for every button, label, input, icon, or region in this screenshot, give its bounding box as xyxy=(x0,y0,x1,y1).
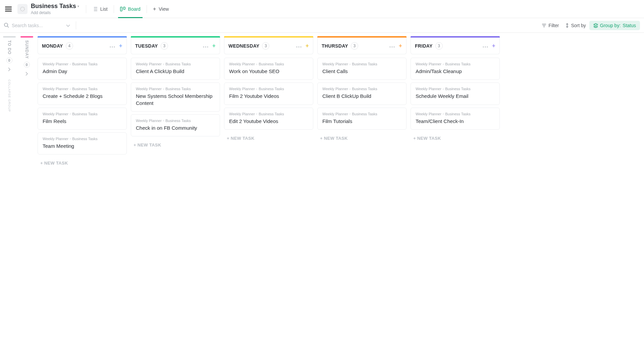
breadcrumb-parent: Weekly Planner xyxy=(136,87,162,91)
svg-point-11 xyxy=(299,46,300,47)
column-bar xyxy=(3,36,16,38)
tab-list[interactable]: List xyxy=(86,0,114,18)
chevron-right-icon: › xyxy=(443,62,444,66)
svg-point-0 xyxy=(20,7,24,11)
task-card[interactable]: Weekly Planner›Business TasksCheck in on… xyxy=(131,114,220,136)
new-task-button[interactable]: + NEW TASK xyxy=(411,132,500,144)
dots-icon xyxy=(110,46,115,48)
columns-wrap: MONDAY4+Weekly Planner›Business TasksAdm… xyxy=(38,36,500,362)
collapsed-column-todo[interactable]: TO DO 0 COLLAPSE GROUP xyxy=(3,36,16,362)
task-card[interactable]: Weekly Planner›Business TasksClient A Cl… xyxy=(131,58,220,80)
task-card[interactable]: Weekly Planner›Business TasksClient B Cl… xyxy=(317,82,407,105)
card-breadcrumb: Weekly Planner›Business Tasks xyxy=(43,62,122,66)
breadcrumb-parent: Weekly Planner xyxy=(322,87,348,91)
task-card[interactable]: Weekly Planner›Business TasksTeam/Client… xyxy=(411,108,500,130)
title-row[interactable]: Business Tasks ▾ xyxy=(31,3,79,10)
tab-board[interactable]: Board xyxy=(114,0,147,18)
card-breadcrumb: Weekly Planner›Business Tasks xyxy=(229,87,308,91)
add-task-button[interactable]: + xyxy=(212,43,216,49)
search-chevron-down-icon[interactable] xyxy=(65,21,71,30)
task-card[interactable]: Weekly Planner›Business TasksFilm 2 Yout… xyxy=(224,82,313,105)
breadcrumb-child: Business Tasks xyxy=(445,62,471,66)
svg-rect-1 xyxy=(120,7,122,11)
add-task-button[interactable]: + xyxy=(305,43,309,49)
card-breadcrumb: Weekly Planner›Business Tasks xyxy=(416,87,495,91)
column-title: SUNDAY xyxy=(24,40,29,59)
count-pill: 3 xyxy=(351,42,358,50)
task-card[interactable]: Weekly Planner›Business TasksFilm Tutori… xyxy=(317,108,407,130)
groupby-button[interactable]: Group by: Status xyxy=(589,21,640,30)
new-task-button[interactable]: + NEW TASK xyxy=(317,132,407,144)
chevron-right-icon: › xyxy=(443,87,444,91)
count-pill: 3 xyxy=(435,42,443,50)
list-avatar[interactable] xyxy=(17,4,28,14)
task-card[interactable]: Weekly Planner›Business TasksAdmin Day xyxy=(38,58,127,80)
collapse-group-button[interactable]: COLLAPSE GROUP xyxy=(8,79,11,112)
count-pill: 3 xyxy=(262,42,269,50)
add-task-button[interactable]: + xyxy=(119,43,122,49)
chevron-right-icon: › xyxy=(350,62,351,66)
expand-chevron-right-icon[interactable] xyxy=(8,67,11,73)
new-task-button[interactable]: + NEW TASK xyxy=(38,157,127,169)
add-view-button[interactable]: + View xyxy=(147,0,175,18)
add-task-button[interactable]: + xyxy=(398,43,402,49)
task-card[interactable]: Weekly Planner›Business TasksAdmin/Task … xyxy=(411,58,500,80)
column-header: WEDNESDAY3+ xyxy=(224,38,313,54)
expand-chevron-right-icon[interactable] xyxy=(25,71,28,77)
column-menu-button[interactable] xyxy=(202,42,209,50)
card-title: Film Tutorials xyxy=(322,118,401,125)
collapsed-label: TO DO 0 xyxy=(6,40,12,63)
card-title: Team Meeting xyxy=(43,143,122,149)
chevron-right-icon: › xyxy=(256,87,257,91)
breadcrumb-child: Business Tasks xyxy=(259,62,284,66)
groupby-value: Status xyxy=(623,23,636,28)
svg-point-14 xyxy=(392,46,393,47)
task-card[interactable]: Weekly Planner›Business TasksTeam Meetin… xyxy=(38,132,127,155)
search-input[interactable] xyxy=(12,23,62,28)
task-card[interactable]: Weekly Planner›Business TasksEdit 2 Yout… xyxy=(224,108,313,130)
chevron-right-icon: › xyxy=(256,112,257,116)
card-title: Client Calls xyxy=(322,68,401,75)
column-tuesday: TUESDAY3+Weekly Planner›Business TasksCl… xyxy=(131,36,220,362)
column-header: THURSDAY3+ xyxy=(317,38,407,54)
task-card[interactable]: Weekly Planner›Business TasksCreate + Sc… xyxy=(38,82,127,105)
task-card[interactable]: Weekly Planner›Business TasksNew Systems… xyxy=(131,82,220,112)
column-menu-button[interactable] xyxy=(109,42,116,50)
task-card[interactable]: Weekly Planner›Business TasksFilm Reels xyxy=(38,108,127,130)
card-title: Film Reels xyxy=(43,118,122,125)
add-task-button[interactable]: + xyxy=(492,43,495,49)
count-pill: 3 xyxy=(161,42,168,50)
filter-button[interactable]: Filter xyxy=(538,21,562,30)
page-title: Business Tasks xyxy=(31,3,76,10)
chevron-right-icon: › xyxy=(70,87,71,91)
task-card[interactable]: Weekly Planner›Business TasksClient Call… xyxy=(317,58,407,80)
hamburger-menu-button[interactable] xyxy=(3,4,13,14)
breadcrumb-parent: Weekly Planner xyxy=(229,112,255,116)
column-menu-button[interactable] xyxy=(295,42,303,50)
card-title: Work on Youtube SEO xyxy=(229,68,308,75)
card-title: Admin Day xyxy=(43,68,122,75)
task-card[interactable]: Weekly Planner›Business TasksSchedule We… xyxy=(411,82,500,105)
board: TO DO 0 COLLAPSE GROUP SUNDAY 0 MONDAY4+… xyxy=(0,33,644,362)
column-title: MONDAY xyxy=(42,43,63,49)
chevron-right-icon: › xyxy=(70,62,71,66)
task-card[interactable]: Weekly Planner›Business TasksWork on You… xyxy=(224,58,313,80)
add-details-link[interactable]: Add details xyxy=(31,10,79,15)
new-task-button[interactable]: + NEW TASK xyxy=(131,139,220,151)
caret-down-icon: ▾ xyxy=(77,4,79,8)
view-tabs: List Board + View xyxy=(86,0,175,18)
chevron-right-icon: › xyxy=(350,112,351,116)
new-task-button[interactable]: + NEW TASK xyxy=(224,132,313,144)
breadcrumb-child: Business Tasks xyxy=(72,137,98,141)
search-icon xyxy=(4,23,9,28)
svg-point-10 xyxy=(297,46,298,47)
column-menu-button[interactable] xyxy=(388,42,396,50)
toolbar: Filter Sort by Group by: Status xyxy=(0,18,644,33)
column-title: TUESDAY xyxy=(135,43,158,49)
column-menu-button[interactable] xyxy=(482,42,489,50)
svg-point-15 xyxy=(394,46,395,47)
card-breadcrumb: Weekly Planner›Business Tasks xyxy=(43,112,122,116)
collapsed-column-sunday[interactable]: SUNDAY 0 xyxy=(20,36,34,362)
card-breadcrumb: Weekly Planner›Business Tasks xyxy=(229,62,308,66)
sort-button[interactable]: Sort by xyxy=(562,21,589,30)
